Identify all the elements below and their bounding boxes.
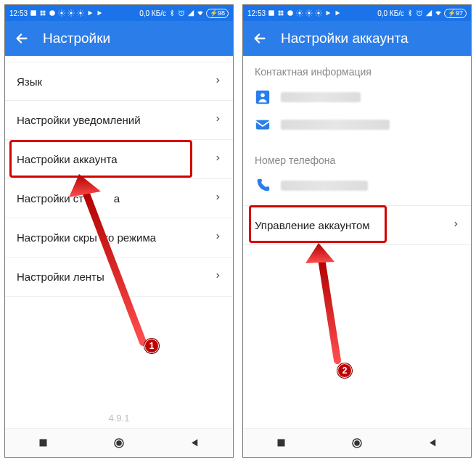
status-icon bbox=[30, 9, 37, 17]
svg-marker-10 bbox=[98, 11, 102, 16]
row-notifications[interactable]: Настройки уведомлений bbox=[5, 101, 233, 140]
contact-email-row[interactable] bbox=[243, 112, 471, 140]
chevron-right-icon bbox=[214, 114, 221, 126]
svg-point-5 bbox=[49, 10, 55, 16]
app-header: Настройки аккаунта bbox=[243, 21, 471, 56]
alarm-icon bbox=[416, 9, 423, 17]
section-phone-number: Номер телефона bbox=[243, 140, 471, 173]
play-icon bbox=[324, 9, 332, 17]
gear-icon bbox=[315, 9, 322, 17]
svg-point-30 bbox=[260, 94, 265, 98]
status-icon bbox=[268, 9, 275, 17]
blurred-name bbox=[281, 92, 361, 102]
row-label: Настройки уведомлений bbox=[17, 114, 141, 126]
gear-icon bbox=[77, 9, 84, 17]
back-arrow-icon[interactable] bbox=[14, 30, 30, 46]
status-data-rate: 0,0 КБ/с bbox=[377, 9, 404, 17]
contact-name-row[interactable] bbox=[243, 85, 471, 112]
status-icon bbox=[277, 9, 284, 17]
phone-right-frame: 12:53 0,0 КБ/с ⚡97 Настройки аккаунта Ко… bbox=[242, 4, 472, 458]
svg-rect-17 bbox=[268, 10, 274, 16]
svg-rect-3 bbox=[41, 13, 43, 15]
row-account-settings[interactable]: Настройки аккаунта bbox=[5, 140, 233, 179]
nav-home-button[interactable] bbox=[346, 432, 368, 454]
nav-home-button[interactable] bbox=[108, 432, 130, 454]
header-title: Настройки аккаунта bbox=[281, 30, 408, 46]
svg-point-7 bbox=[70, 12, 72, 14]
status-bar: 12:53 0,0 КБ/с ⚡98 bbox=[5, 5, 233, 21]
status-bar: 12:53 0,0 КБ/с ⚡97 bbox=[243, 5, 471, 21]
play-icon bbox=[86, 9, 94, 17]
nav-recent-button[interactable] bbox=[32, 432, 54, 454]
svg-marker-36 bbox=[305, 243, 335, 263]
svg-point-25 bbox=[317, 12, 319, 14]
gear-icon bbox=[58, 9, 65, 17]
svg-rect-20 bbox=[279, 13, 281, 15]
svg-rect-2 bbox=[43, 11, 45, 13]
svg-point-34 bbox=[355, 441, 359, 445]
svg-marker-15 bbox=[192, 440, 197, 447]
phone-left-frame: 12:53 0,0 КБ/с ⚡98 Настройки Язык bbox=[4, 4, 234, 458]
svg-point-6 bbox=[60, 12, 62, 14]
nav-recent-button[interactable] bbox=[270, 432, 292, 454]
play-icon bbox=[96, 9, 103, 17]
svg-rect-21 bbox=[281, 13, 283, 15]
svg-rect-1 bbox=[41, 11, 43, 13]
battery-pill: ⚡98 bbox=[206, 9, 229, 18]
android-navbar bbox=[5, 428, 233, 457]
chevron-right-icon bbox=[452, 219, 459, 231]
chevron-right-icon bbox=[214, 271, 221, 283]
wifi-icon bbox=[197, 9, 204, 17]
play-icon bbox=[334, 9, 341, 17]
section-contact-info: Контактная информация bbox=[243, 56, 471, 85]
status-icon bbox=[287, 9, 294, 17]
gear-icon bbox=[296, 9, 303, 17]
chevron-right-icon bbox=[214, 75, 221, 88]
blurred-phone bbox=[281, 181, 368, 191]
svg-rect-4 bbox=[43, 13, 45, 15]
row-status-settings[interactable]: Настройки ст а bbox=[5, 179, 233, 218]
svg-point-23 bbox=[298, 12, 300, 14]
back-arrow-icon[interactable] bbox=[252, 30, 268, 46]
status-icon bbox=[49, 9, 56, 17]
row-label: Настройки ленты bbox=[17, 271, 104, 283]
row-manage-account[interactable]: Управление аккаунтом bbox=[243, 206, 471, 245]
version-label: 4.9.1 bbox=[5, 413, 233, 424]
bluetooth-icon bbox=[168, 9, 176, 17]
phone-number-row[interactable] bbox=[243, 173, 471, 205]
row-label: Настройки аккаунта bbox=[17, 153, 118, 165]
row-language[interactable]: Язык bbox=[5, 62, 233, 101]
android-navbar bbox=[243, 428, 471, 457]
row-feed-settings[interactable]: Настройки ленты bbox=[5, 257, 233, 297]
svg-rect-12 bbox=[39, 440, 46, 447]
svg-point-22 bbox=[287, 10, 293, 16]
chevron-right-icon bbox=[214, 192, 221, 205]
svg-point-14 bbox=[117, 441, 121, 445]
nav-back-button[interactable] bbox=[184, 432, 206, 454]
phone-icon bbox=[255, 178, 271, 194]
svg-point-24 bbox=[308, 12, 310, 14]
status-time: 12:53 bbox=[9, 9, 28, 17]
chevron-right-icon bbox=[214, 231, 221, 244]
chevron-right-icon bbox=[214, 153, 221, 165]
svg-rect-32 bbox=[277, 440, 284, 447]
svg-rect-31 bbox=[256, 120, 269, 130]
header-title: Настройки bbox=[43, 30, 110, 46]
svg-marker-27 bbox=[336, 11, 340, 16]
svg-rect-0 bbox=[30, 10, 36, 16]
row-label: Настройки ст а bbox=[17, 192, 120, 205]
status-time: 12:53 bbox=[247, 9, 266, 17]
nav-back-button[interactable] bbox=[422, 432, 444, 454]
status-data-rate: 0,0 КБ/с bbox=[139, 9, 166, 17]
annotation-arrow-2 bbox=[301, 237, 359, 368]
svg-point-8 bbox=[79, 12, 81, 14]
alarm-icon bbox=[178, 9, 185, 17]
annotation-badge-1: 1 bbox=[144, 339, 159, 353]
app-header: Настройки bbox=[5, 21, 233, 56]
blurred-email bbox=[281, 120, 390, 130]
annotation-badge-2: 2 bbox=[337, 363, 352, 378]
email-icon bbox=[255, 117, 271, 133]
row-hidden-mode[interactable]: Настройки скры то режима bbox=[5, 218, 233, 257]
row-label: Управление аккаунтом bbox=[255, 219, 370, 231]
gear-icon bbox=[305, 9, 313, 17]
